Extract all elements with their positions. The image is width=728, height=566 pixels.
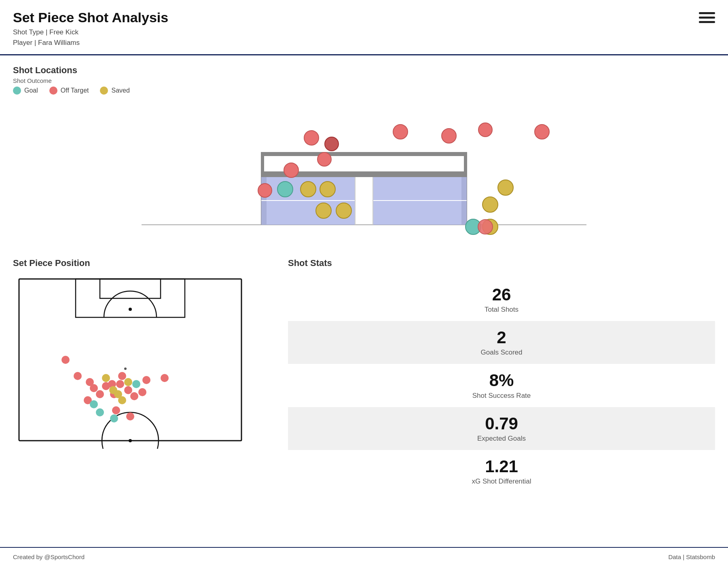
- set-piece-section: Set Piece Position: [13, 258, 256, 493]
- page-footer: Created by @SportsChord Data | Statsbomb: [0, 547, 728, 566]
- svg-point-60: [124, 378, 132, 386]
- svg-point-53: [112, 406, 120, 414]
- hamburger-line: [699, 12, 715, 14]
- legend-goal-label: Goal: [24, 87, 38, 94]
- svg-point-50: [138, 388, 146, 396]
- svg-point-65: [124, 367, 127, 370]
- svg-point-13: [304, 131, 319, 145]
- header-subtitle: Shot Type | Free Kick Player | Fara Will…: [13, 27, 168, 48]
- svg-point-25: [316, 203, 331, 218]
- hamburger-line: [699, 17, 715, 19]
- stat-shot-success: 8% Shot Success Rate: [288, 364, 715, 407]
- svg-point-20: [535, 125, 549, 139]
- stat-goals-scored: 2 Goals Scored: [288, 321, 715, 364]
- set-piece-title: Set Piece Position: [13, 258, 256, 268]
- goals-scored-value: 2: [288, 328, 715, 347]
- svg-point-31: [478, 220, 493, 234]
- svg-point-24: [320, 182, 335, 197]
- total-shots-label: Total Shots: [288, 306, 715, 314]
- svg-point-47: [118, 372, 126, 380]
- svg-point-54: [126, 412, 134, 420]
- page-title: Set Piece Shot Analysis: [13, 10, 168, 25]
- svg-point-23: [301, 182, 316, 197]
- svg-point-37: [129, 308, 132, 311]
- svg-rect-4: [261, 152, 467, 156]
- hamburger-line: [699, 21, 715, 23]
- expected-goals-label: Expected Goals: [288, 435, 715, 443]
- subtitle-line2: Player | Fara Williams: [13, 39, 80, 46]
- expected-goals-value: 0.79: [288, 414, 715, 433]
- svg-rect-6: [464, 152, 467, 174]
- svg-point-16: [325, 137, 339, 151]
- stat-xg-differential: 1.21 xG Shot Differential: [288, 450, 715, 493]
- legend-saved-label: Saved: [111, 87, 129, 94]
- pitch-svg: [13, 275, 248, 449]
- svg-point-41: [90, 384, 98, 392]
- shot-locations-section: Shot Locations Shot Outcome Goal Off Tar…: [13, 65, 715, 245]
- subtitle-line1: Shot Type | Free Kick: [13, 28, 78, 36]
- svg-point-27: [498, 180, 513, 195]
- svg-point-51: [142, 376, 150, 384]
- goals-scored-label: Goals Scored: [288, 348, 715, 357]
- svg-point-19: [478, 123, 492, 137]
- svg-point-22: [277, 182, 293, 197]
- svg-point-56: [102, 374, 110, 382]
- svg-rect-34: [100, 279, 161, 298]
- shot-legend: Goal Off Target Saved: [13, 87, 715, 95]
- pitch-diagram: [13, 275, 248, 445]
- stat-expected-goals: 0.79 Expected Goals: [288, 407, 715, 450]
- shot-success-label: Shot Success Rate: [288, 392, 715, 400]
- shot-success-value: 8%: [288, 371, 715, 390]
- svg-point-48: [124, 386, 132, 394]
- outcome-label: Shot Outcome: [13, 77, 715, 84]
- svg-point-38: [61, 356, 70, 364]
- main-content: Shot Locations Shot Outcome Goal Off Tar…: [0, 55, 728, 503]
- total-shots-value: 26: [288, 285, 715, 304]
- svg-point-46: [116, 380, 124, 388]
- svg-point-42: [96, 390, 104, 398]
- svg-point-39: [74, 372, 82, 380]
- legend-off-target-label: Off Target: [61, 87, 89, 94]
- svg-point-18: [442, 129, 456, 143]
- goal-dot: [13, 87, 21, 95]
- legend-saved: Saved: [100, 87, 129, 95]
- svg-point-21: [258, 184, 272, 197]
- svg-rect-5: [261, 152, 264, 174]
- legend-off-target: Off Target: [49, 87, 89, 95]
- svg-point-28: [483, 197, 498, 212]
- xg-differential-label: xG Shot Differential: [288, 477, 715, 486]
- shot-locations-title: Shot Locations: [13, 65, 715, 76]
- svg-point-64: [132, 380, 140, 388]
- shot-stats-title: Shot Stats: [288, 258, 715, 268]
- svg-point-61: [90, 400, 98, 408]
- svg-point-15: [317, 152, 331, 166]
- saved-dot: [100, 87, 108, 95]
- off-target-dot: [49, 87, 57, 95]
- footer-left: Created by @SportsChord: [13, 553, 85, 560]
- bottom-section: Set Piece Position: [13, 258, 715, 493]
- svg-point-63: [110, 414, 118, 422]
- svg-point-36: [129, 439, 132, 442]
- svg-point-52: [161, 374, 169, 382]
- goal-svg: [142, 99, 586, 245]
- svg-point-14: [284, 163, 298, 177]
- xg-differential-value: 1.21: [288, 457, 715, 476]
- shot-stats-section: Shot Stats 26 Total Shots 2 Goals Scored…: [272, 258, 715, 493]
- footer-right: Data | Statsbomb: [668, 553, 715, 560]
- legend-goal: Goal: [13, 87, 38, 95]
- svg-point-59: [118, 396, 126, 404]
- menu-button[interactable]: [699, 10, 715, 23]
- stat-total-shots: 26 Total Shots: [288, 278, 715, 321]
- goal-diagram: [142, 99, 586, 245]
- svg-point-17: [393, 125, 408, 139]
- svg-point-62: [96, 408, 104, 416]
- stats-container: 26 Total Shots 2 Goals Scored 8% Shot Su…: [288, 278, 715, 493]
- svg-point-26: [336, 203, 351, 218]
- svg-point-49: [130, 392, 138, 400]
- page-header: Set Piece Shot Analysis Shot Type | Free…: [0, 0, 728, 55]
